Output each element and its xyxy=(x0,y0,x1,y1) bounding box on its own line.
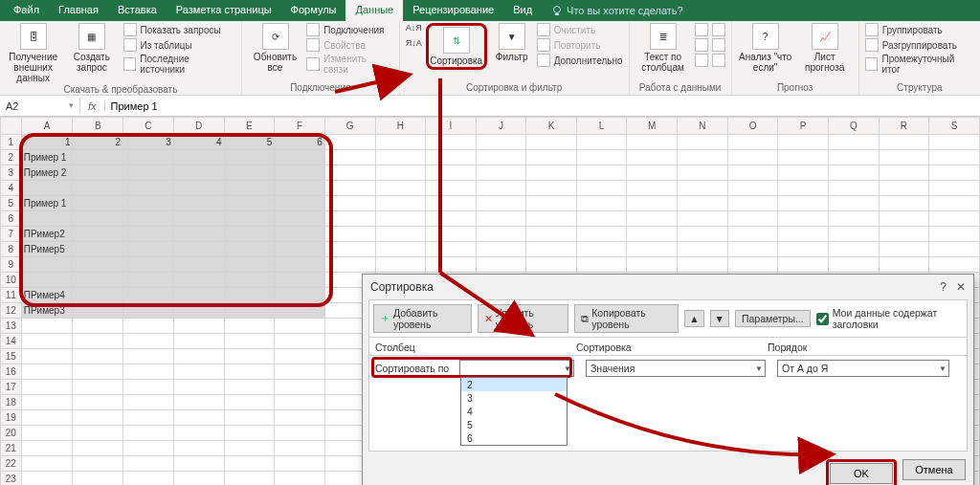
cell[interactable] xyxy=(778,242,829,257)
cell[interactable] xyxy=(275,273,325,288)
cell[interactable] xyxy=(224,334,275,349)
headers-checkbox[interactable]: Мои данные содержат заголовки xyxy=(816,307,963,330)
column-header[interactable]: Q xyxy=(828,118,879,135)
cell[interactable] xyxy=(224,349,275,364)
cell[interactable] xyxy=(678,227,728,242)
cell[interactable] xyxy=(173,364,224,380)
cell[interactable] xyxy=(275,319,325,334)
cell[interactable] xyxy=(173,165,224,181)
cell[interactable] xyxy=(173,426,224,441)
cell[interactable] xyxy=(173,196,224,211)
cell[interactable] xyxy=(576,150,627,165)
cell[interactable] xyxy=(375,211,426,227)
cancel-button[interactable]: Отмена xyxy=(902,459,966,480)
cell[interactable] xyxy=(526,242,577,257)
cell[interactable] xyxy=(73,181,123,196)
column-header[interactable]: M xyxy=(627,118,678,135)
cell[interactable] xyxy=(123,303,174,319)
cell[interactable] xyxy=(173,242,224,257)
cell[interactable] xyxy=(476,257,526,273)
row-header[interactable]: 6 xyxy=(1,211,22,227)
cell[interactable]: Пример 1 xyxy=(21,196,73,211)
dropdown-option[interactable]: 4 xyxy=(461,405,567,418)
delete-level-button[interactable]: ✕Удалить уровень xyxy=(478,304,569,333)
cell[interactable] xyxy=(173,456,224,472)
cell[interactable] xyxy=(576,257,627,273)
cell[interactable] xyxy=(476,181,526,196)
ok-button[interactable]: OK xyxy=(830,463,893,484)
text-to-columns-button[interactable]: ≣ Текст по столбцам xyxy=(635,23,691,73)
cell[interactable]: 4 xyxy=(173,135,224,150)
cell[interactable]: ПРимер5 xyxy=(21,242,73,257)
cell[interactable] xyxy=(678,242,728,257)
cell[interactable] xyxy=(678,211,728,227)
cell[interactable] xyxy=(173,395,224,410)
cell[interactable] xyxy=(678,181,728,196)
row-header[interactable]: 8 xyxy=(1,242,22,257)
cell[interactable] xyxy=(476,165,526,181)
cell[interactable] xyxy=(275,257,325,273)
cell[interactable] xyxy=(576,181,627,196)
cell[interactable] xyxy=(275,303,325,319)
cell[interactable] xyxy=(123,410,174,426)
sort-column-combo[interactable]: ▼ xyxy=(459,360,574,377)
cell[interactable] xyxy=(21,334,73,349)
cell[interactable] xyxy=(123,242,174,257)
row-header[interactable]: 16 xyxy=(1,364,22,380)
cell[interactable] xyxy=(275,426,325,441)
cell[interactable] xyxy=(173,319,224,334)
row-header[interactable]: 21 xyxy=(1,441,22,456)
cell[interactable] xyxy=(123,165,174,181)
cell[interactable] xyxy=(678,165,728,181)
filter-button[interactable]: ▼ Фильтр xyxy=(491,23,533,62)
cell[interactable] xyxy=(727,150,778,165)
menu-formulas[interactable]: Формулы xyxy=(281,0,346,21)
cell[interactable] xyxy=(778,150,829,165)
cell[interactable] xyxy=(21,395,73,410)
cell[interactable] xyxy=(275,395,325,410)
cell[interactable] xyxy=(224,273,275,288)
menu-layout[interactable]: Разметка страницы xyxy=(167,0,281,21)
cell[interactable] xyxy=(727,196,778,211)
cell[interactable] xyxy=(21,410,73,426)
column-header[interactable]: C xyxy=(123,118,174,135)
cell[interactable] xyxy=(275,410,325,426)
sort-order-combo[interactable]: От А до Я▼ xyxy=(777,360,949,377)
cell[interactable] xyxy=(275,181,325,196)
cell[interactable] xyxy=(678,257,728,273)
cell[interactable] xyxy=(778,165,829,181)
cell[interactable] xyxy=(828,196,879,211)
column-header[interactable]: O xyxy=(727,118,778,135)
cell[interactable] xyxy=(879,165,929,181)
cell[interactable] xyxy=(224,150,275,165)
cell[interactable] xyxy=(476,211,526,227)
name-box[interactable]: A2 xyxy=(0,99,80,114)
cell[interactable] xyxy=(375,135,426,150)
cell[interactable] xyxy=(727,257,778,273)
cell[interactable] xyxy=(123,288,174,303)
cell[interactable] xyxy=(879,211,929,227)
cell[interactable] xyxy=(21,349,73,364)
cell[interactable] xyxy=(123,472,174,486)
cell[interactable] xyxy=(224,441,275,456)
move-down-button[interactable]: ▼ xyxy=(710,310,729,327)
cell[interactable] xyxy=(627,181,678,196)
cell[interactable] xyxy=(426,150,477,165)
cell[interactable] xyxy=(275,165,325,181)
cell[interactable] xyxy=(275,150,325,165)
menu-file[interactable]: Файл xyxy=(4,0,49,21)
cell[interactable] xyxy=(21,211,73,227)
cell[interactable] xyxy=(576,196,627,211)
row-header[interactable]: 4 xyxy=(1,181,22,196)
cell[interactable] xyxy=(576,211,627,227)
cell[interactable]: 2 xyxy=(73,135,123,150)
cell[interactable] xyxy=(929,227,980,242)
cell[interactable] xyxy=(727,135,778,150)
cell[interactable] xyxy=(476,227,526,242)
cell[interactable] xyxy=(678,150,728,165)
sort-desc-button[interactable]: Я↓А xyxy=(406,38,422,48)
cell[interactable] xyxy=(627,242,678,257)
cell[interactable] xyxy=(828,257,879,273)
cell[interactable] xyxy=(627,227,678,242)
cell[interactable] xyxy=(21,456,73,472)
